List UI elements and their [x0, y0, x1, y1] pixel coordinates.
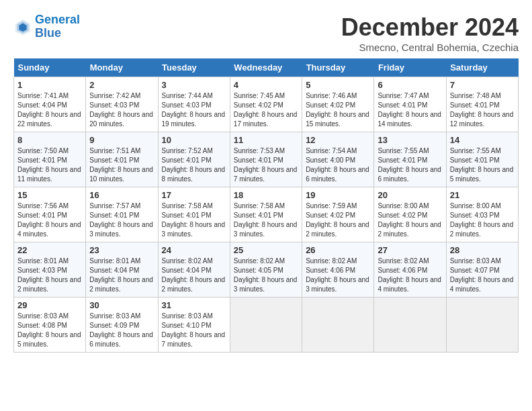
table-row: 30 Sunrise: 8:03 AM Sunset: 4:09 PM Dayl… — [86, 298, 158, 353]
table-row: 26 Sunrise: 8:02 AM Sunset: 4:06 PM Dayl… — [302, 242, 374, 298]
table-row: 31 Sunrise: 8:03 AM Sunset: 4:10 PM Dayl… — [158, 298, 230, 353]
table-row: 27 Sunrise: 8:02 AM Sunset: 4:06 PM Dayl… — [374, 242, 446, 298]
table-row: 21 Sunrise: 8:00 AM Sunset: 4:03 PM Dayl… — [446, 187, 518, 242]
table-row: 3 Sunrise: 7:44 AM Sunset: 4:03 PM Dayli… — [158, 77, 230, 132]
col-wednesday: Wednesday — [230, 58, 302, 77]
calendar-table: Sunday Monday Tuesday Wednesday Thursday… — [13, 58, 519, 353]
table-row: 8 Sunrise: 7:50 AM Sunset: 4:01 PM Dayli… — [14, 132, 86, 187]
table-row: 5 Sunrise: 7:46 AM Sunset: 4:02 PM Dayli… — [302, 77, 374, 132]
table-row: 10 Sunrise: 7:52 AM Sunset: 4:01 PM Dayl… — [158, 132, 230, 187]
month-title: December 2024 — [341, 13, 519, 42]
table-row: 20 Sunrise: 8:00 AM Sunset: 4:02 PM Dayl… — [374, 187, 446, 242]
table-row: 16 Sunrise: 7:57 AM Sunset: 4:01 PM Dayl… — [86, 187, 158, 242]
table-row: 18 Sunrise: 7:58 AM Sunset: 4:01 PM Dayl… — [230, 187, 302, 242]
page-header: General Blue December 2024 Smecno, Centr… — [13, 13, 519, 53]
table-row: 29 Sunrise: 8:03 AM Sunset: 4:08 PM Dayl… — [14, 298, 86, 353]
calendar-week-row: 1 Sunrise: 7:41 AM Sunset: 4:04 PM Dayli… — [14, 77, 519, 132]
table-row: 13 Sunrise: 7:55 AM Sunset: 4:01 PM Dayl… — [374, 132, 446, 187]
table-row: 23 Sunrise: 8:01 AM Sunset: 4:04 PM Dayl… — [86, 242, 158, 298]
table-row: 4 Sunrise: 7:45 AM Sunset: 4:02 PM Dayli… — [230, 77, 302, 132]
table-row — [374, 298, 446, 353]
logo-text: General Blue — [35, 13, 80, 40]
table-row: 15 Sunrise: 7:56 AM Sunset: 4:01 PM Dayl… — [14, 187, 86, 242]
table-row: 17 Sunrise: 7:58 AM Sunset: 4:01 PM Dayl… — [158, 187, 230, 242]
table-row: 7 Sunrise: 7:48 AM Sunset: 4:01 PM Dayli… — [446, 77, 518, 132]
table-row — [446, 298, 518, 353]
col-saturday: Saturday — [446, 58, 518, 77]
header-row: Sunday Monday Tuesday Wednesday Thursday… — [14, 58, 519, 77]
table-row: 28 Sunrise: 8:03 AM Sunset: 4:07 PM Dayl… — [446, 242, 518, 298]
table-row: 14 Sunrise: 7:55 AM Sunset: 4:01 PM Dayl… — [446, 132, 518, 187]
calendar-week-row: 29 Sunrise: 8:03 AM Sunset: 4:08 PM Dayl… — [14, 298, 519, 353]
title-block: December 2024 Smecno, Central Bohemia, C… — [341, 13, 519, 53]
calendar-week-row: 22 Sunrise: 8:01 AM Sunset: 4:03 PM Dayl… — [14, 242, 519, 298]
table-row: 9 Sunrise: 7:51 AM Sunset: 4:01 PM Dayli… — [86, 132, 158, 187]
calendar-week-row: 8 Sunrise: 7:50 AM Sunset: 4:01 PM Dayli… — [14, 132, 519, 187]
table-row: 25 Sunrise: 8:02 AM Sunset: 4:05 PM Dayl… — [230, 242, 302, 298]
location: Smecno, Central Bohemia, Czechia — [341, 42, 519, 53]
table-row: 22 Sunrise: 8:01 AM Sunset: 4:03 PM Dayl… — [14, 242, 86, 298]
table-row: 19 Sunrise: 7:59 AM Sunset: 4:02 PM Dayl… — [302, 187, 374, 242]
table-row: 2 Sunrise: 7:42 AM Sunset: 4:03 PM Dayli… — [86, 77, 158, 132]
col-sunday: Sunday — [14, 58, 86, 77]
col-thursday: Thursday — [302, 58, 374, 77]
table-row: 24 Sunrise: 8:02 AM Sunset: 4:04 PM Dayl… — [158, 242, 230, 298]
logo-icon — [13, 17, 32, 36]
table-row: 6 Sunrise: 7:47 AM Sunset: 4:01 PM Dayli… — [374, 77, 446, 132]
table-row: 11 Sunrise: 7:53 AM Sunset: 4:01 PM Dayl… — [230, 132, 302, 187]
calendar-week-row: 15 Sunrise: 7:56 AM Sunset: 4:01 PM Dayl… — [14, 187, 519, 242]
logo: General Blue — [13, 13, 80, 40]
col-friday: Friday — [374, 58, 446, 77]
col-monday: Monday — [86, 58, 158, 77]
table-row: 12 Sunrise: 7:54 AM Sunset: 4:00 PM Dayl… — [302, 132, 374, 187]
col-tuesday: Tuesday — [158, 58, 230, 77]
table-row — [230, 298, 302, 353]
table-row: 1 Sunrise: 7:41 AM Sunset: 4:04 PM Dayli… — [14, 77, 86, 132]
table-row — [302, 298, 374, 353]
